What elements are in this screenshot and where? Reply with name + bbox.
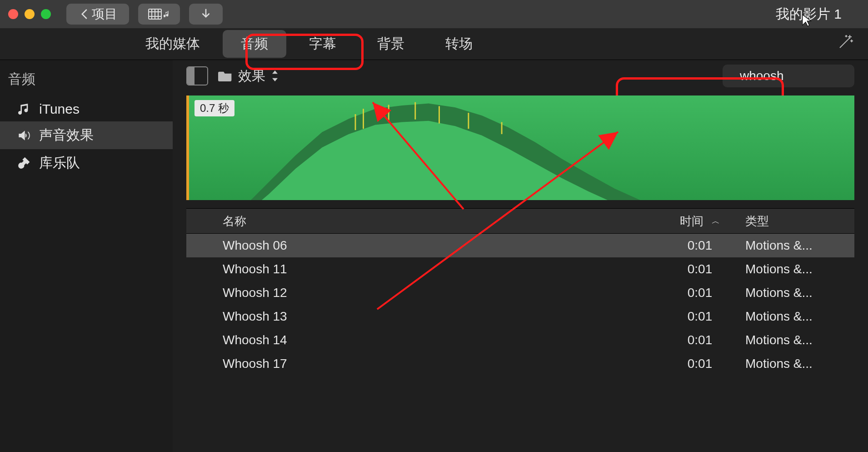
column-header-time[interactable]: 时间 ︿	[663, 213, 736, 229]
search-field[interactable]: ✕	[723, 65, 854, 87]
download-arrow-icon	[199, 7, 213, 21]
table-row[interactable]: Whoosh 170:01Motions &...	[186, 352, 854, 376]
cell-time: 0:01	[663, 286, 736, 300]
cell-time: 0:01	[663, 357, 736, 371]
sidebar-item-label: 声音效果	[39, 126, 94, 145]
table-row[interactable]: Whoosh 110:01Motions &...	[186, 257, 854, 281]
window-close-button[interactable]	[8, 9, 18, 19]
media-tabs: 我的媒体 音频 字幕 背景 转场	[0, 28, 868, 60]
cell-name: Whoosh 12	[218, 286, 663, 300]
project-title: 我的影片 1	[776, 5, 860, 24]
table-row[interactable]: Whoosh 130:01Motions &...	[186, 305, 854, 328]
cell-type: Motions &...	[736, 262, 854, 276]
cell-time: 0:01	[663, 333, 736, 347]
cell-type: Motions &...	[736, 357, 854, 371]
waveform-duration-badge: 0.7 秒	[195, 100, 234, 116]
waveform-graphic	[189, 95, 854, 200]
cell-type: Motions &...	[736, 333, 854, 347]
tab-my-media[interactable]: 我的媒体	[127, 30, 218, 58]
speaker-icon	[16, 128, 31, 143]
folder-icon	[218, 70, 233, 82]
cell-type: Motions &...	[736, 286, 854, 300]
cell-time: 0:01	[663, 309, 736, 324]
sidebar-header: 音频	[0, 70, 173, 97]
sidebar-item-label: 库乐队	[39, 154, 80, 172]
folder-dropdown[interactable]: 效果	[218, 67, 279, 85]
tab-titles[interactable]: 字幕	[291, 30, 354, 58]
audio-browser: 效果 ✕ 0.7 秒	[173, 60, 868, 452]
cell-name: Whoosh 17	[218, 357, 663, 371]
cell-name: Whoosh 13	[218, 309, 663, 324]
audio-source-sidebar: 音频 iTunes 声音效果 库乐队	[0, 60, 173, 452]
sidebar-item-sound-effects[interactable]: 声音效果	[0, 121, 173, 149]
titlebar: 项目 我的影片 1	[0, 0, 868, 28]
cell-name: Whoosh 11	[218, 262, 663, 276]
cell-time: 0:01	[663, 262, 736, 276]
waveform-preview[interactable]: 0.7 秒	[186, 95, 854, 200]
cell-time: 0:01	[663, 238, 736, 253]
window-minimize-button[interactable]	[25, 9, 35, 19]
folder-label: 效果	[238, 67, 265, 85]
table-row[interactable]: Whoosh 060:01Motions &...	[186, 234, 854, 257]
tab-transitions[interactable]: 转场	[427, 30, 491, 58]
media-library-button[interactable]	[138, 4, 180, 25]
sidebar-item-itunes[interactable]: iTunes	[0, 97, 173, 121]
magic-wand-icon[interactable]	[836, 33, 854, 55]
back-projects-label: 项目	[92, 5, 117, 23]
svg-line-6	[840, 38, 850, 48]
sidebar-toggle-button[interactable]	[186, 66, 208, 85]
column-header-type[interactable]: 类型	[736, 213, 854, 229]
filmstrip-music-icon	[148, 7, 170, 21]
tab-backgrounds[interactable]: 背景	[359, 30, 423, 58]
sidebar-item-garageband[interactable]: 库乐队	[0, 149, 173, 177]
back-projects-button[interactable]: 项目	[66, 4, 129, 25]
music-note-icon	[16, 102, 31, 116]
svg-marker-10	[189, 121, 854, 200]
cell-type: Motions &...	[736, 238, 854, 253]
chevron-left-icon	[78, 7, 92, 21]
mouse-cursor-icon	[801, 14, 813, 30]
cell-name: Whoosh 14	[218, 333, 663, 347]
column-header-name[interactable]: 名称	[218, 213, 663, 229]
window-zoom-button[interactable]	[41, 9, 51, 19]
updown-chevron-icon	[271, 70, 279, 81]
table-row[interactable]: Whoosh 140:01Motions &...	[186, 328, 854, 352]
search-input[interactable]	[740, 69, 868, 83]
browser-toolbar: 效果 ✕	[173, 60, 868, 92]
tab-audio[interactable]: 音频	[223, 30, 286, 58]
window-traffic-lights	[8, 9, 51, 19]
results-table-body: Whoosh 060:01Motions &...Whoosh 110:01Mo…	[186, 234, 854, 376]
table-row[interactable]: Whoosh 120:01Motions &...	[186, 281, 854, 305]
cell-name: Whoosh 06	[218, 238, 663, 253]
import-button[interactable]	[189, 4, 223, 25]
cell-type: Motions &...	[736, 309, 854, 324]
sort-ascending-icon: ︿	[712, 216, 720, 226]
sidebar-item-label: iTunes	[39, 101, 80, 117]
guitar-icon	[16, 156, 31, 171]
results-table-header: 名称 时间 ︿ 类型	[186, 208, 854, 234]
